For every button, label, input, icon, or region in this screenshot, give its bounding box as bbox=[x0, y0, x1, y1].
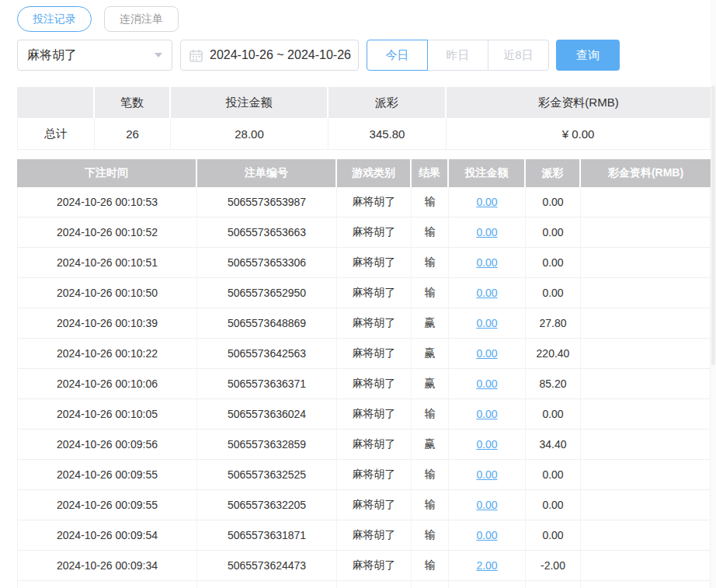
table-row: 2024-10-26 00:09:54 5065573631871 麻将胡了 输… bbox=[17, 520, 711, 551]
payout-cell: 0.00 bbox=[526, 399, 581, 430]
order-id-cell: 5065573653987 bbox=[197, 187, 337, 217]
header-payout: 派彩 bbox=[526, 159, 581, 187]
order-id-cell: 5065573631871 bbox=[197, 520, 337, 551]
result-cell: 输 bbox=[412, 248, 449, 278]
bet-amount-cell: 0.00 bbox=[449, 308, 526, 339]
game-type-cell: 麻将胡了 bbox=[337, 369, 412, 399]
table-row: 2024-10-26 00:10:05 5065573636024 麻将胡了 输… bbox=[17, 399, 711, 430]
bet-amount-link[interactable]: 0.00 bbox=[476, 408, 497, 420]
search-button[interactable]: 查询 bbox=[556, 40, 620, 71]
bonus-cell bbox=[581, 248, 711, 278]
game-type-cell: 麻将胡了 bbox=[337, 187, 412, 217]
order-id-cell: 5065573624147 bbox=[197, 581, 337, 588]
table-row: 2024-10-26 00:10:53 5065573653987 麻将胡了 输… bbox=[17, 187, 711, 217]
game-type-value: 麻将胡了 bbox=[27, 47, 77, 64]
payout-cell: 0.00 bbox=[526, 490, 581, 520]
tab-cancelled-orders[interactable]: 连消注单 bbox=[104, 6, 179, 32]
result-cell: 赢 bbox=[412, 430, 449, 460]
bet-amount-link[interactable]: 0.00 bbox=[476, 347, 497, 360]
bet-amount-link[interactable]: 0.00 bbox=[476, 529, 497, 541]
game-type-cell: 麻将胡了 bbox=[337, 551, 412, 581]
table-row: 2024-10-26 00:10:22 5065573642563 麻将胡了 赢… bbox=[17, 339, 711, 369]
result-cell: 输 bbox=[412, 278, 449, 308]
summary-total-count: 26 bbox=[95, 118, 171, 150]
tab-bet-records[interactable]: 投注记录 bbox=[17, 6, 92, 32]
order-id-cell: 5065573648869 bbox=[197, 308, 337, 339]
bonus-cell bbox=[581, 520, 711, 551]
bet-amount-cell: 0.00 bbox=[449, 248, 526, 278]
bet-amount-cell: 0.00 bbox=[449, 430, 526, 460]
bet-time-cell: 2024-10-26 00:09:54 bbox=[17, 520, 197, 551]
bet-time-cell: 2024-10-26 00:09:34 bbox=[17, 551, 197, 581]
bonus-cell bbox=[581, 581, 711, 588]
header-game-type: 游戏类别 bbox=[337, 159, 412, 187]
payout-cell: 0.00 bbox=[526, 278, 581, 308]
date-range-input[interactable]: 2024-10-26 ~ 2024-10-26 bbox=[180, 40, 359, 71]
order-id-cell: 5065573636371 bbox=[197, 369, 337, 399]
result-cell: 赢 bbox=[412, 339, 449, 369]
table-row: 2024-10-26 00:10:50 5065573652950 麻将胡了 输… bbox=[17, 278, 711, 308]
bet-amount-link[interactable]: 0.00 bbox=[476, 226, 497, 238]
scrollbar-thumb[interactable] bbox=[711, 85, 715, 365]
order-id-cell: 5065573642563 bbox=[197, 339, 337, 369]
bet-amount-link[interactable]: 2.00 bbox=[476, 559, 497, 572]
header-bet-amount: 投注金额 bbox=[449, 159, 526, 187]
result-cell: 输 bbox=[412, 581, 449, 588]
game-type-cell: 麻将胡了 bbox=[337, 278, 412, 308]
summary-total-label: 总计 bbox=[17, 118, 95, 150]
bet-amount-cell: 0.00 bbox=[449, 187, 526, 217]
summary-header-bet-amount: 投注金额 bbox=[171, 87, 328, 118]
payout-cell: 0.00 bbox=[526, 520, 581, 551]
quick-range-yesterday[interactable]: 昨日 bbox=[427, 40, 488, 71]
payout-cell: 34.40 bbox=[526, 430, 581, 460]
quick-range-today[interactable]: 今日 bbox=[367, 40, 428, 71]
bet-amount-link[interactable]: 0.00 bbox=[476, 468, 497, 481]
bet-amount-link[interactable]: 0.00 bbox=[476, 317, 497, 329]
bet-amount-link[interactable]: 0.00 bbox=[476, 438, 497, 451]
game-type-cell: 麻将胡了 bbox=[337, 339, 412, 369]
bet-time-cell: 2024-10-26 00:09:55 bbox=[17, 460, 197, 490]
summary-table: 笔数 投注金额 派彩 彩金资料(RMB) 总计 26 28.00 345.80 … bbox=[17, 87, 711, 150]
bet-table: 下注时间 注单编号 游戏类别 结果 投注金额 派彩 彩金资料(RMB) 2024… bbox=[17, 159, 711, 588]
bet-amount-link[interactable]: 0.00 bbox=[476, 287, 497, 299]
bet-time-cell: 2024-10-26 00:10:53 bbox=[17, 187, 197, 217]
game-type-cell: 麻将胡了 bbox=[337, 217, 412, 248]
table-row: 2024-10-26 00:09:56 5065573632859 麻将胡了 赢… bbox=[17, 430, 711, 460]
bonus-cell bbox=[581, 460, 711, 490]
table-row: 2024-10-26 00:10:51 5065573653306 麻将胡了 输… bbox=[17, 248, 711, 278]
bet-amount-cell: 0.00 bbox=[449, 460, 526, 490]
vertical-scrollbar[interactable] bbox=[711, 0, 716, 588]
bet-amount-cell: 2.00 bbox=[449, 551, 526, 581]
chevron-down-icon bbox=[155, 53, 162, 57]
result-cell: 输 bbox=[412, 217, 449, 248]
summary-total-payout: 345.80 bbox=[328, 118, 447, 150]
summary-header-payout: 派彩 bbox=[328, 87, 447, 118]
result-cell: 输 bbox=[412, 187, 449, 217]
calendar-icon bbox=[189, 49, 203, 62]
game-type-cell: 麻将胡了 bbox=[337, 308, 412, 339]
table-row: 2024-10-26 00:09:55 5065573632525 麻将胡了 输… bbox=[17, 460, 711, 490]
table-row: 2024-10-26 00:10:06 5065573636371 麻将胡了 赢… bbox=[17, 369, 711, 399]
payout-cell: -2.00 bbox=[526, 551, 581, 581]
result-cell: 输 bbox=[412, 520, 449, 551]
bet-amount-link[interactable]: 0.00 bbox=[476, 196, 497, 208]
order-id-cell: 5065573653306 bbox=[197, 248, 337, 278]
order-id-cell: 5065573632525 bbox=[197, 460, 337, 490]
payout-cell: 0.00 bbox=[526, 460, 581, 490]
payout-cell: 85.20 bbox=[526, 369, 581, 399]
bet-amount-cell: 0.00 bbox=[449, 490, 526, 520]
bet-amount-link[interactable]: 0.00 bbox=[476, 378, 497, 390]
game-type-select[interactable]: 麻将胡了 bbox=[17, 40, 172, 71]
bet-amount-link[interactable]: 0.00 bbox=[476, 499, 497, 511]
summary-header-count: 笔数 bbox=[95, 87, 171, 118]
quick-range-last-8-days[interactable]: 近8日 bbox=[488, 40, 549, 71]
summary-total-row: 总计 26 28.00 345.80 ¥ 0.00 bbox=[17, 118, 711, 150]
summary-header-bonus: 彩金资料(RMB) bbox=[447, 87, 711, 118]
bet-amount-link[interactable]: 0.00 bbox=[476, 256, 497, 269]
game-type-cell: 麻将胡了 bbox=[337, 430, 412, 460]
order-id-cell: 5065573653663 bbox=[197, 217, 337, 248]
header-bet-time: 下注时间 bbox=[17, 159, 197, 187]
result-cell: 赢 bbox=[412, 369, 449, 399]
payout-cell: 220.40 bbox=[526, 339, 581, 369]
bet-time-cell: 2024-10-26 00:10:51 bbox=[17, 248, 197, 278]
